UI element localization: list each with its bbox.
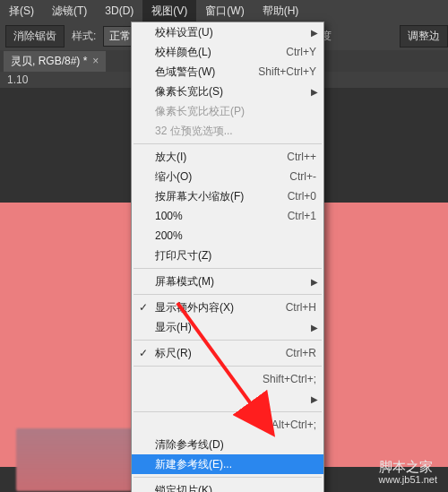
- menu-accelerator: Ctrl+-: [289, 170, 316, 183]
- view-menu-dropdown: 校样设置(U)▶校样颜色(L)Ctrl+Y色域警告(W)Shift+Ctrl+Y…: [131, 22, 324, 492]
- menu-item-label: 色域警告(W): [155, 65, 251, 80]
- menu-item[interactable]: 打印尺寸(Z): [132, 246, 323, 265]
- submenu-arrow-icon: ▶: [311, 277, 318, 287]
- menu-item[interactable]: 放大(I)Ctrl++: [132, 147, 323, 167]
- menu-item-label: 200%: [155, 229, 316, 242]
- menu-item[interactable]: ▶: [132, 389, 323, 409]
- menu-item[interactable]: Shift+Ctrl+;: [132, 369, 323, 389]
- menu-separator: [134, 411, 322, 412]
- menu-accelerator: Ctrl+R: [286, 347, 316, 359]
- menu-item[interactable]: Alt+Ctrl+;: [132, 415, 323, 435]
- menu-item[interactable]: 屏幕模式(M)▶: [132, 272, 323, 291]
- menu-item-label: 像素长宽比(S): [155, 84, 316, 99]
- menu-item[interactable]: 锁定切片(K): [132, 480, 323, 492]
- menu-bar: 择(S)滤镜(T)3D(D)视图(V)窗口(W)帮助(H): [0, 0, 448, 22]
- menu-item[interactable]: 100%Ctrl+1: [132, 206, 323, 226]
- menu-item-label: 校样设置(U): [155, 25, 316, 40]
- menu-item[interactable]: 色域警告(W)Shift+Ctrl+Y: [132, 62, 323, 82]
- menu-item: 像素长宽比校正(P): [132, 101, 323, 121]
- menu-item[interactable]: 帮助(H): [254, 0, 308, 22]
- submenu-arrow-icon: ▶: [311, 87, 318, 97]
- menu-item[interactable]: 清除参考线(D): [132, 435, 323, 454]
- menu-separator: [134, 340, 322, 341]
- menu-separator: [134, 477, 322, 478]
- menu-accelerator: Ctrl++: [287, 151, 316, 163]
- menu-item[interactable]: 标尺(R)Ctrl+R: [132, 343, 323, 363]
- menu-accelerator: Ctrl+Y: [286, 46, 316, 58]
- tab-title: 灵贝, RGB/8#) *: [11, 54, 87, 69]
- document-tab[interactable]: 灵贝, RGB/8#) * ×: [4, 51, 106, 72]
- menu-item-label: 标尺(R): [155, 346, 279, 361]
- menu-item: 32 位预览选项...: [132, 121, 323, 141]
- menu-item-label: 清除参考线(D): [155, 437, 316, 453]
- blurred-region: [16, 428, 133, 491]
- menu-item-label: 显示额外内容(X): [155, 300, 279, 315]
- menu-item-label: 100%: [155, 210, 280, 222]
- watermark: 脚本之家 www.jb51.net: [379, 459, 437, 485]
- menu-accelerator: Shift+Ctrl+;: [263, 373, 316, 385]
- menu-item-label: 像素长宽比校正(P): [155, 104, 316, 119]
- menu-accelerator: Ctrl+H: [286, 301, 316, 314]
- adjust-edge-button[interactable]: 调整边: [400, 25, 448, 47]
- submenu-arrow-icon: ▶: [311, 394, 318, 404]
- menu-item[interactable]: 像素长宽比(S)▶: [132, 82, 323, 101]
- watermark-url: www.jb51.net: [379, 474, 437, 485]
- close-icon[interactable]: ×: [92, 55, 99, 67]
- menu-item[interactable]: 校样设置(U)▶: [132, 22, 323, 42]
- menu-item[interactable]: 缩小(O)Ctrl+-: [132, 167, 323, 186]
- menu-item-label: 显示(H): [155, 320, 316, 335]
- menu-item[interactable]: 新建参考线(E)...: [132, 454, 323, 474]
- menu-accelerator: Shift+Ctrl+Y: [258, 65, 316, 78]
- menu-item[interactable]: 按屏幕大小缩放(F)Ctrl+0: [132, 186, 323, 206]
- menu-item[interactable]: 3D(D): [96, 1, 142, 21]
- antialias-checkbox[interactable]: 消除锯齿: [5, 25, 65, 47]
- menu-separator: [134, 294, 322, 295]
- style-label: 样式:: [72, 29, 96, 44]
- menu-item-label: 屏幕模式(M): [155, 274, 316, 289]
- menu-item-label: 放大(I): [155, 150, 280, 165]
- menu-separator: [134, 143, 322, 144]
- menu-item[interactable]: 校样颜色(L)Ctrl+Y: [132, 42, 323, 62]
- menu-item-label: 新建参考线(E)...: [155, 457, 316, 472]
- menu-accelerator: Ctrl+0: [288, 190, 316, 203]
- menu-item[interactable]: 窗口(W): [196, 0, 253, 22]
- menu-item-label: 按屏幕大小缩放(F): [155, 189, 280, 204]
- menu-separator: [134, 366, 322, 367]
- menu-item[interactable]: 视图(V): [142, 0, 196, 22]
- menu-separator: [134, 268, 322, 269]
- menu-item[interactable]: 200%: [132, 226, 323, 246]
- menu-item[interactable]: 择(S): [0, 0, 43, 22]
- menu-item-label: 缩小(O): [155, 169, 282, 185]
- menu-item[interactable]: 显示额外内容(X)Ctrl+H: [132, 298, 323, 317]
- zoom-value: 1.10: [7, 73, 28, 86]
- submenu-arrow-icon: ▶: [311, 323, 318, 332]
- menu-item-label: 32 位预览选项...: [155, 124, 316, 139]
- menu-item[interactable]: 滤镜(T): [43, 0, 96, 22]
- menu-item-label: 打印尺寸(Z): [155, 248, 316, 263]
- menu-item[interactable]: 显示(H)▶: [132, 317, 323, 337]
- menu-item-label: 校样颜色(L): [155, 45, 279, 60]
- submenu-arrow-icon: ▶: [311, 28, 318, 38]
- menu-item-label: 锁定切片(K): [155, 483, 316, 493]
- menu-accelerator: Alt+Ctrl+;: [271, 419, 316, 431]
- menu-accelerator: Ctrl+1: [288, 210, 316, 222]
